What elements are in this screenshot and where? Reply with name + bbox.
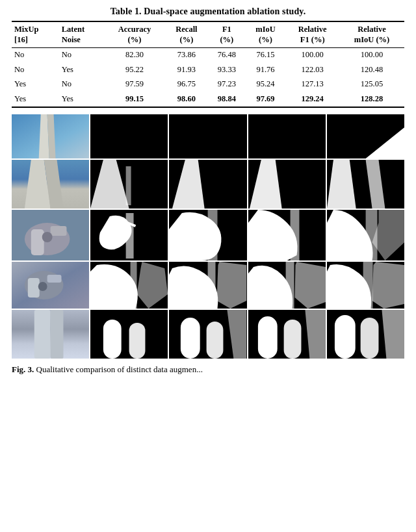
svg-point-37 <box>38 282 47 291</box>
cell-f1: 76.48 <box>208 47 246 62</box>
grid-row-5 <box>12 310 404 359</box>
grid-cell-r2c2 <box>90 160 168 209</box>
grid-cell-r5c5 <box>327 310 404 359</box>
grid-row-1 <box>12 114 404 158</box>
svg-rect-62 <box>283 320 301 359</box>
cell-miou: 91.76 <box>246 62 286 77</box>
cell-f1: 93.33 <box>208 62 246 77</box>
cell-acc: 95.22 <box>104 62 165 77</box>
svg-rect-35 <box>28 278 40 298</box>
cell-rec: 73.86 <box>165 47 208 62</box>
svg-rect-29 <box>290 210 299 260</box>
grid-row-4 <box>12 262 404 309</box>
cell-rec: 96.75 <box>165 77 208 92</box>
svg-rect-51 <box>34 310 51 359</box>
grid-cell-r5c4 <box>248 310 326 359</box>
cell-noise: No <box>59 77 104 92</box>
col-rmiou: RelativemIoU (%) <box>339 21 404 47</box>
svg-rect-39 <box>131 262 137 309</box>
cell-mixup: No <box>12 47 59 62</box>
col-f1: F1(%) <box>208 21 246 47</box>
grid-cell-r1c5 <box>327 114 404 158</box>
grid-cell-r3c2 <box>90 210 168 260</box>
grid-cell-r4c4 <box>248 262 326 309</box>
grid-cell-r3c5 <box>327 210 404 260</box>
grid-cell-r2c1 <box>12 160 89 209</box>
figure-caption: Fig. 3. Qualitative comparison of distin… <box>12 364 404 375</box>
cell-rf1: 127.13 <box>285 77 339 92</box>
col-miou: mIoU(%) <box>246 21 286 47</box>
svg-rect-55 <box>129 323 146 359</box>
cell-f1: 97.23 <box>208 77 246 92</box>
svg-rect-48 <box>363 262 372 309</box>
svg-point-22 <box>42 232 53 242</box>
grid-cell-r2c5 <box>327 160 404 209</box>
cell-miou: 95.24 <box>246 77 286 92</box>
col-accuracy: Accuracy(%) <box>104 21 165 47</box>
figure-caption-text: Qualitative comparison of distinct data … <box>34 364 203 374</box>
table-row: No No 82.30 73.86 76.48 76.15 100.00 100… <box>12 47 404 62</box>
cell-rmiou: 128.28 <box>339 92 404 107</box>
grid-row-2 <box>12 160 404 209</box>
svg-rect-66 <box>360 318 378 359</box>
svg-rect-61 <box>258 316 278 359</box>
cell-miou: 76.15 <box>246 47 286 62</box>
grid-cell-r3c3 <box>169 210 246 260</box>
svg-rect-58 <box>207 322 224 359</box>
grid-cell-r4c5 <box>327 262 404 309</box>
grid-cell-r4c1 <box>12 262 89 309</box>
svg-rect-21 <box>51 226 67 236</box>
page-container: Table 1. Dual-space augmentation ablatio… <box>0 0 416 381</box>
svg-rect-45 <box>285 262 294 309</box>
table-row: Yes No 97.59 96.75 97.23 95.24 127.13 12… <box>12 77 404 92</box>
grid-cell-r2c4 <box>248 160 326 209</box>
cell-noise: Yes <box>59 62 104 77</box>
grid-cell-r5c3 <box>169 310 246 359</box>
cell-rmiou: 120.48 <box>339 62 404 77</box>
grid-cell-r4c2 <box>90 262 168 309</box>
cell-acc: 82.30 <box>104 47 165 62</box>
svg-rect-20 <box>31 229 44 255</box>
cell-noise: No <box>59 47 104 62</box>
table-row: Yes Yes 99.15 98.60 98.84 97.69 129.24 1… <box>12 92 404 107</box>
svg-rect-36 <box>47 275 62 283</box>
svg-rect-42 <box>208 262 216 309</box>
cell-rmiou: 125.05 <box>339 77 404 92</box>
table-row: No Yes 95.22 91.93 93.33 91.76 122.03 12… <box>12 62 404 77</box>
grid-cell-r3c1 <box>12 210 89 260</box>
cell-acc: 99.15 <box>104 92 165 107</box>
cell-rf1: 129.24 <box>285 92 339 107</box>
svg-rect-27 <box>208 210 218 260</box>
cell-f1: 98.84 <box>208 92 246 107</box>
cell-mixup: Yes <box>12 92 59 107</box>
svg-rect-24 <box>126 213 134 259</box>
cell-acc: 97.59 <box>104 77 165 92</box>
svg-marker-49 <box>372 262 404 309</box>
table-title: Table 1. Dual-space augmentation ablatio… <box>12 6 404 17</box>
cell-rec: 91.93 <box>165 62 208 77</box>
svg-rect-10 <box>126 166 131 205</box>
grid-cell-r5c2 <box>90 310 168 359</box>
grid-cell-r1c3 <box>169 114 246 158</box>
grid-cell-r1c2 <box>90 114 168 158</box>
svg-rect-52 <box>51 310 64 359</box>
svg-rect-65 <box>335 315 356 359</box>
col-noise: LatentNoise <box>59 21 104 47</box>
image-grid <box>12 114 404 359</box>
cell-miou: 97.69 <box>246 92 286 107</box>
cell-noise: Yes <box>59 92 104 107</box>
grid-cell-r4c3 <box>169 262 246 309</box>
cell-rec: 98.60 <box>165 92 208 107</box>
cell-mixup: Yes <box>12 77 59 92</box>
table-header-row: MixUp[16] LatentNoise Accuracy(%) Recall… <box>12 21 404 47</box>
grid-row-3 <box>12 210 404 260</box>
grid-cell-r1c4 <box>248 114 326 158</box>
data-table: MixUp[16] LatentNoise Accuracy(%) Recall… <box>12 21 404 108</box>
grid-cell-r5c1 <box>12 310 89 359</box>
grid-cell-r1c1 <box>12 114 89 158</box>
col-recall: Recall(%) <box>165 21 208 47</box>
svg-marker-43 <box>217 262 247 309</box>
svg-rect-54 <box>103 320 122 359</box>
grid-cell-r2c3 <box>169 160 246 209</box>
figure-label: Fig. 3. <box>12 364 34 374</box>
